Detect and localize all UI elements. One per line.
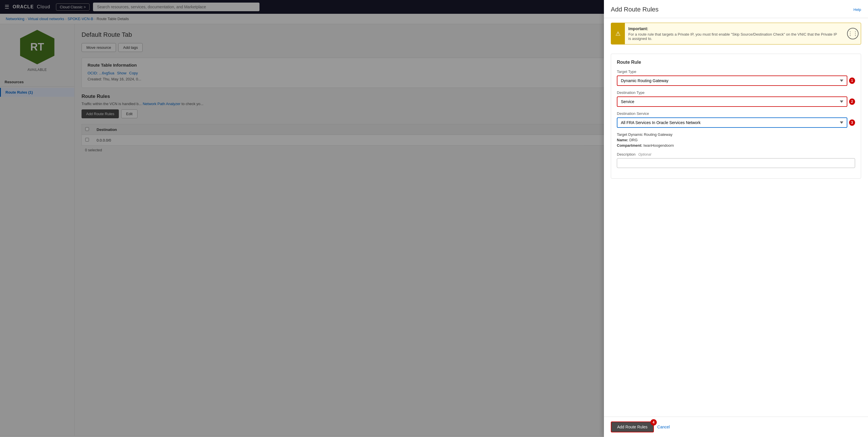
route-rule-section: Route Rule Target Type Dynamic Routing G… [611,54,861,179]
target-type-select[interactable]: Dynamic Routing Gateway Internet Gateway… [617,75,847,86]
description-label: Description Optional [617,152,855,156]
banner-content: Important: For a route rule that targets… [628,23,841,44]
banner-actions: ⋮⋮ [845,23,861,44]
panel-overlay: Add Route Rules Help ⚠ Important: For a … [0,0,868,437]
important-banner: ⚠ Important: For a route rule that targe… [611,23,861,44]
cancel-button[interactable]: Cancel [657,425,670,429]
help-link[interactable]: Help [854,7,861,12]
badge-3: 3 [849,120,855,126]
destination-service-select[interactable]: All FRA Services In Oracle Services Netw… [617,118,847,128]
panel-form: Route Rule Target Type Dynamic Routing G… [604,49,868,416]
target-type-label: Target Type [617,69,855,74]
description-group: Description Optional [617,152,855,168]
help-circle-icon[interactable]: ⋮⋮ [847,28,859,39]
route-rule-section-title: Route Rule [617,60,855,65]
panel-header: Add Route Rules Help [604,0,868,18]
destination-type-select[interactable]: Service CIDR Block [617,96,847,107]
panel-title: Add Route Rules [611,6,658,13]
badge-2: 2 [849,98,855,105]
slide-panel: Add Route Rules Help ⚠ Important: For a … [604,0,868,437]
destination-service-label: Destination Service [617,112,855,116]
destination-type-label: Destination Type [617,90,855,95]
description-input[interactable] [617,158,855,168]
badge-1: 1 [849,77,855,84]
warning-icon: ⚠ [611,23,625,44]
drg-title: Target Dynamic Routing Gateway [617,132,855,137]
panel-footer: Add Route Rules 4 Cancel [604,416,868,437]
drg-name: Name: DRG [617,138,855,142]
destination-service-group: Destination Service All FRA Services In … [617,112,855,128]
optional-label: Optional [639,153,651,156]
banner-title: Important: [628,26,838,31]
drg-info-section: Target Dynamic Routing Gateway Name: DRG… [617,132,855,148]
drg-compartment: Compartment: IwanHoogendoorn [617,143,855,148]
add-route-rules-submit-button[interactable]: Add Route Rules [611,422,654,432]
destination-type-group: Destination Type Service CIDR Block 2 [617,90,855,107]
badge-4: 4 [650,419,657,426]
banner-text: For a route rule that targets a Private … [628,32,838,41]
target-type-group: Target Type Dynamic Routing Gateway Inte… [617,69,855,86]
